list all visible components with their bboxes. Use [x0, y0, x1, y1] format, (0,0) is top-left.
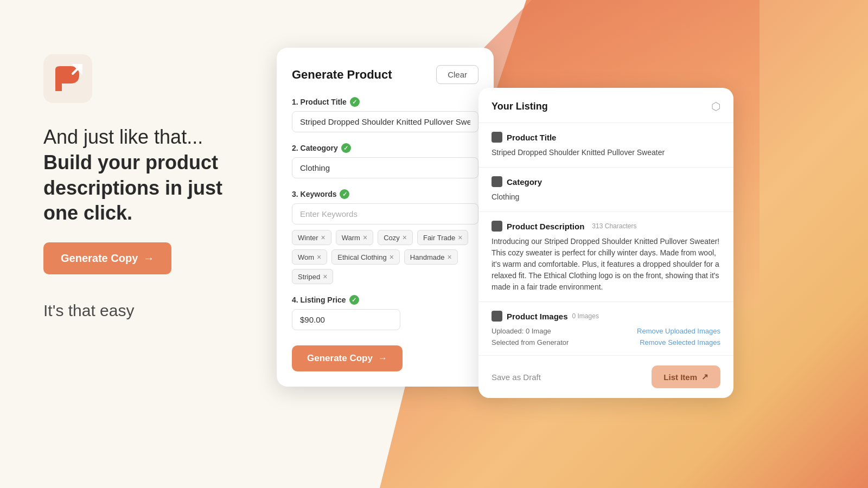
- product-title-field: 1. Product Title ✓: [292, 97, 478, 132]
- selected-images-row: Selected from Generator Remove Selected …: [492, 338, 720, 346]
- save-draft-button[interactable]: Save as Draft: [492, 373, 541, 382]
- tag-striped: Striped ×: [292, 269, 333, 284]
- char-count: 313 Characters: [592, 222, 636, 230]
- tag-fair-trade: Fair Trade ×: [417, 230, 468, 245]
- remove-cozy-tag[interactable]: ×: [403, 233, 407, 242]
- category-field: 2. Cateogory ✓: [292, 143, 478, 178]
- listing-header: Your Listing ⬡: [478, 88, 733, 123]
- images-section-icon: [492, 311, 502, 322]
- form-card: Generate Product Clear 1. Product Title …: [277, 48, 494, 387]
- tag-ethical-clothing: Ethical Clothing ×: [331, 249, 400, 265]
- easy-text: It's that easy: [43, 301, 250, 320]
- description-section-icon: [492, 221, 502, 232]
- category-check: ✓: [341, 143, 351, 153]
- tag-warm: Warm ×: [336, 230, 373, 245]
- listing-images-section: Product Images 0 Images Uploaded: 0 Imag…: [478, 302, 733, 356]
- remove-uploaded-link[interactable]: Remove Uploaded Images: [637, 327, 720, 335]
- price-check: ✓: [349, 295, 359, 305]
- keywords-check: ✓: [340, 189, 349, 199]
- product-title-label: 1. Product Title ✓: [292, 97, 478, 107]
- product-title-check: ✓: [350, 97, 360, 107]
- listing-description-heading: Product Description 313 Characters: [492, 221, 720, 232]
- tag-winter: Winter ×: [292, 230, 331, 245]
- listing-category-value: Clothing: [492, 191, 720, 203]
- listing-product-title-value: Striped Dropped Shoulder Knitted Pullove…: [492, 147, 720, 158]
- images-header: Product Images 0 Images: [492, 311, 720, 322]
- remove-handmade-tag[interactable]: ×: [447, 253, 451, 261]
- tagline-intro: And just like that...: [43, 126, 203, 148]
- keywords-field: 3. Keywords ✓ Winter × Warm × Cozy × Fai…: [292, 189, 478, 284]
- category-input[interactable]: [292, 157, 478, 178]
- remove-winter-tag[interactable]: ×: [321, 233, 326, 242]
- price-field: 4. Listing Price ✓: [292, 295, 478, 330]
- tag-cozy: Cozy ×: [378, 230, 413, 245]
- listing-product-title-section: Product Title Striped Dropped Shoulder K…: [478, 123, 733, 168]
- list-item-button[interactable]: List Item ↗: [652, 365, 720, 388]
- form-header: Generate Product Clear: [292, 65, 478, 84]
- uploaded-images-row: Uploaded: 0 Image Remove Uploaded Images: [492, 327, 720, 335]
- external-link-icon[interactable]: ⬡: [711, 100, 720, 113]
- category-label: 2. Cateogory ✓: [292, 143, 478, 153]
- price-input[interactable]: [292, 309, 400, 330]
- price-label: 4. Listing Price ✓: [292, 295, 478, 305]
- product-title-section-icon: [492, 132, 502, 143]
- category-section-icon: [492, 176, 502, 187]
- tagline: And just like that... Build your product…: [43, 125, 250, 226]
- listing-description-section: Product Description 313 Characters Intro…: [478, 212, 733, 302]
- left-panel: And just like that... Build your product…: [43, 54, 250, 320]
- keywords-tags-container: Winter × Warm × Cozy × Fair Trade × Wom …: [292, 230, 478, 284]
- logo: [43, 54, 92, 103]
- product-title-input[interactable]: [292, 111, 478, 132]
- keywords-input[interactable]: [292, 203, 478, 224]
- remove-ethical-tag[interactable]: ×: [390, 253, 394, 261]
- remove-wom-tag[interactable]: ×: [317, 253, 321, 261]
- remove-fair-trade-tag[interactable]: ×: [458, 233, 462, 242]
- listing-category-section: Category Clothing: [478, 168, 733, 212]
- tagline-bold: Build your product descriptions in just …: [43, 151, 222, 224]
- tag-handmade: Handmade ×: [404, 249, 458, 265]
- listing-card: Your Listing ⬡ Product Title Striped Dro…: [478, 88, 733, 398]
- remove-striped-tag[interactable]: ×: [323, 272, 327, 281]
- listing-description-value: Introducing our Striped Dropped Shoulder…: [492, 236, 720, 293]
- listing-product-title-heading: Product Title: [492, 132, 720, 143]
- keywords-label: 3. Keywords ✓: [292, 189, 478, 199]
- listing-panel-title: Your Listing: [492, 101, 548, 112]
- form-title: Generate Product: [292, 68, 392, 82]
- listing-footer: Save as Draft List Item ↗: [478, 356, 733, 398]
- tag-wom: Wom ×: [292, 249, 327, 265]
- form-generate-button[interactable]: Generate Copy →: [292, 345, 403, 371]
- listing-category-heading: Category: [492, 176, 720, 187]
- remove-warm-tag[interactable]: ×: [363, 233, 367, 242]
- hero-generate-button[interactable]: Generate Copy →: [43, 242, 171, 274]
- clear-button[interactable]: Clear: [436, 65, 478, 84]
- remove-selected-link[interactable]: Remove Selected Images: [640, 338, 720, 346]
